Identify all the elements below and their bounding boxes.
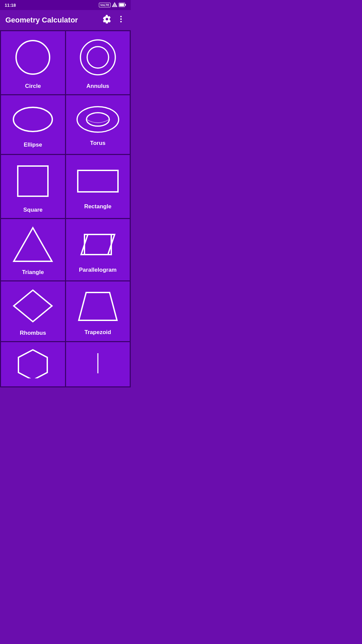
shape-triangle[interactable]: Triangle <box>1 219 65 280</box>
svg-rect-5 <box>119 3 124 6</box>
svg-rect-6 <box>125 4 126 6</box>
shape-circle[interactable]: Circle <box>1 31 65 94</box>
svg-marker-21 <box>14 290 52 322</box>
svg-point-15 <box>86 113 109 126</box>
annulus-svg <box>78 37 118 77</box>
rectangle-svg <box>74 164 121 198</box>
rhombus-label: Rhombus <box>20 330 46 336</box>
hexagon-svg <box>16 348 50 378</box>
svg-point-14 <box>77 107 119 132</box>
header-actions <box>103 15 125 25</box>
shape-annulus[interactable]: Annulus <box>66 31 130 94</box>
svg-point-9 <box>120 21 122 22</box>
partial2-svg <box>96 353 100 373</box>
svg-point-8 <box>120 18 122 20</box>
shape-square[interactable]: Square <box>1 155 65 218</box>
ellipse-svg <box>11 103 55 136</box>
svg-marker-22 <box>79 292 117 320</box>
svg-marker-18 <box>14 228 52 261</box>
parallelogram-svg <box>74 228 121 261</box>
rectangle-label: Rectangle <box>84 203 111 210</box>
torus-svg <box>74 104 121 135</box>
shape-parallelogram[interactable]: Parallelogram <box>66 219 130 280</box>
app-title: Geometry Calculator <box>5 16 78 24</box>
shape-trapezoid[interactable]: Trapezoid <box>66 281 130 341</box>
status-icons: VoLTE <box>99 2 126 8</box>
square-svg <box>13 161 53 201</box>
triangle-label: Triangle <box>22 269 44 276</box>
svg-rect-16 <box>18 166 48 196</box>
svg-point-7 <box>120 16 122 17</box>
settings-icon[interactable] <box>103 15 111 25</box>
square-label: Square <box>23 207 43 213</box>
circle-label: Circle <box>25 83 41 90</box>
torus-label: Torus <box>90 140 106 147</box>
partial-row <box>0 342 131 387</box>
svg-marker-19 <box>84 234 111 255</box>
svg-point-13 <box>13 107 52 131</box>
shape-partial2[interactable] <box>66 342 130 386</box>
svg-rect-17 <box>78 170 118 192</box>
signal-icon <box>112 2 117 8</box>
status-bar: 11:18 VoLTE <box>0 0 131 10</box>
svg-marker-23 <box>18 350 47 378</box>
rhombus-svg <box>11 287 55 324</box>
shape-rectangle[interactable]: Rectangle <box>66 155 130 218</box>
time: 11:18 <box>5 3 16 8</box>
battery-icon <box>119 3 126 8</box>
shape-rhombus[interactable]: Rhombus <box>1 281 65 341</box>
shape-torus[interactable]: Torus <box>66 95 130 154</box>
volte-badge: VoLTE <box>99 3 111 7</box>
svg-point-11 <box>80 40 115 75</box>
shapes-grid: Circle Annulus Ellipse Torus Square <box>0 30 131 342</box>
shape-hexagon[interactable] <box>1 342 65 386</box>
annulus-label: Annulus <box>86 83 109 90</box>
app-header: Geometry Calculator <box>0 10 131 30</box>
svg-point-10 <box>16 41 50 74</box>
circle-svg <box>13 37 53 77</box>
trapezoid-svg <box>76 288 120 324</box>
shape-ellipse[interactable]: Ellipse <box>1 95 65 154</box>
more-icon[interactable] <box>117 15 125 25</box>
svg-point-12 <box>87 47 109 68</box>
svg-marker-20 <box>81 234 115 255</box>
ellipse-label: Ellipse <box>24 142 42 148</box>
trapezoid-label: Trapezoid <box>84 329 111 336</box>
parallelogram-label: Parallelogram <box>79 267 117 273</box>
triangle-svg <box>11 225 55 264</box>
